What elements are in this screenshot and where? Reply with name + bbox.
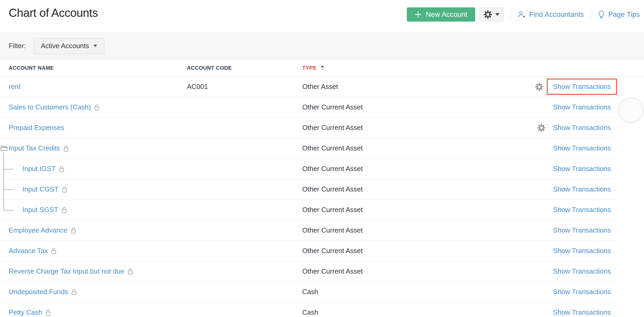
show-transactions-link[interactable]: Show Transactions xyxy=(553,247,611,255)
show-transactions-link[interactable]: Show Transactions xyxy=(553,144,611,152)
sort-ascending-icon xyxy=(319,64,326,71)
account-name-link[interactable]: Undeposited Funds xyxy=(9,288,68,296)
topbar: Chart of Accounts New Account Find xyxy=(0,0,644,32)
show-transactions-link[interactable]: Show Transactions xyxy=(553,308,611,316)
account-name-link[interactable]: Input SGST xyxy=(22,206,58,214)
table-row: Input Tax Credits Other Current Asset Sh… xyxy=(0,138,615,159)
show-transactions-link[interactable]: Show Transactions xyxy=(553,206,611,214)
accountant-person-star-icon xyxy=(518,10,526,19)
account-name-cell: Input Tax Credits xyxy=(9,138,69,158)
tree-line-horizontal xyxy=(3,189,13,190)
account-name-link[interactable]: Reverse Charge Tax Input but not due xyxy=(9,267,124,275)
show-transactions-wrap: Show Transactions xyxy=(553,144,611,152)
row-actions-cell: Show Transactions xyxy=(553,159,611,179)
show-transactions-wrap: Show Transactions xyxy=(553,124,611,132)
row-actions-cell: Show Transactions xyxy=(537,118,611,138)
chevron-down-icon xyxy=(495,13,499,16)
toolbar-divider xyxy=(511,8,511,21)
account-name-cell: Undeposited Funds xyxy=(9,282,77,302)
new-account-label: New Account xyxy=(426,11,467,19)
row-settings-gear-icon[interactable] xyxy=(537,124,545,132)
row-actions-cell: Show Transactions xyxy=(553,282,611,302)
table-row: Reverse Charge Tax Input but not due Oth… xyxy=(0,261,615,282)
lock-icon xyxy=(94,104,100,111)
account-type-cell: Cash xyxy=(302,282,318,302)
lightbulb-icon xyxy=(598,10,605,19)
folder-icon xyxy=(1,145,8,151)
row-actions-cell: Show Transactions xyxy=(535,77,611,97)
filter-bar: Filter: Active Accounts xyxy=(0,32,644,59)
show-transactions-wrap: Show Transactions xyxy=(553,308,611,316)
tree-line-vertical xyxy=(3,152,4,159)
page-tips-link[interactable]: Page Tips xyxy=(598,10,640,19)
account-name-cell: rent xyxy=(9,77,21,97)
column-header-account-name[interactable]: ACCOUNT NAME xyxy=(9,65,54,71)
show-transactions-link[interactable]: Show Transactions xyxy=(553,185,611,193)
show-transactions-wrap: Show Transactions xyxy=(547,79,617,95)
show-transactions-link[interactable]: Show Transactions xyxy=(553,165,611,173)
row-settings-gear-icon[interactable] xyxy=(535,83,543,91)
row-actions-cell: Show Transactions xyxy=(553,241,611,261)
account-name-cell: Input SGST xyxy=(22,200,67,220)
table-row: Prepaid Expenses Other Current Asset Sho… xyxy=(0,118,615,138)
account-name-link[interactable]: Employee Advance xyxy=(9,226,67,234)
account-type-cell: Other Current Asset xyxy=(302,261,363,281)
column-header-type[interactable]: TYPE xyxy=(302,64,326,71)
filter-dropdown[interactable]: Active Accounts xyxy=(34,38,104,54)
account-name-cell: Prepaid Expenses xyxy=(9,118,64,138)
plus-icon xyxy=(415,11,422,18)
column-header-account-code[interactable]: ACCOUNT CODE xyxy=(187,65,232,71)
lock-icon xyxy=(71,288,77,295)
table-body: rent AC001 Other Asset Show Transactions… xyxy=(0,77,644,317)
show-transactions-link[interactable]: Show Transactions xyxy=(553,226,611,234)
find-accountants-link[interactable]: Find Accountants xyxy=(518,10,584,19)
table-row: Input CGST Other Current Asset Show Tran… xyxy=(0,179,615,200)
account-name-link[interactable]: rent xyxy=(9,83,21,91)
table-row: Input IGST Other Current Asset Show Tran… xyxy=(0,159,615,179)
show-transactions-link[interactable]: Show Transactions xyxy=(553,288,611,296)
account-type-cell: Other Current Asset xyxy=(302,97,363,117)
lock-icon xyxy=(63,145,69,152)
account-name-link[interactable]: Input IGST xyxy=(22,165,56,173)
toolbar-divider xyxy=(591,8,591,21)
account-name-cell: Reverse Charge Tax Input but not due xyxy=(9,261,133,281)
account-name-link[interactable]: Petty Cash xyxy=(9,308,42,316)
show-transactions-link[interactable]: Show Transactions xyxy=(553,267,611,275)
chart-of-accounts-page: Chart of Accounts New Account Find xyxy=(0,0,644,317)
account-name-cell: Input CGST xyxy=(22,179,67,199)
page-tips-label: Page Tips xyxy=(608,11,640,19)
row-actions-cell: Show Transactions xyxy=(553,138,611,158)
show-transactions-wrap: Show Transactions xyxy=(553,288,611,296)
account-name-link[interactable]: Advance Tax xyxy=(9,247,48,255)
account-type-cell: Other Asset xyxy=(302,77,338,97)
chevron-down-icon xyxy=(93,45,97,47)
account-type-cell: Other Current Asset xyxy=(302,159,363,179)
type-header-label: TYPE xyxy=(302,65,317,71)
settings-dropdown-button[interactable] xyxy=(479,7,504,22)
account-type-cell: Other Current Asset xyxy=(302,241,363,261)
new-account-button[interactable]: New Account xyxy=(407,7,475,22)
account-name-cell: Input IGST xyxy=(22,159,65,179)
table-row: Employee Advance Other Current Asset Sho… xyxy=(0,220,615,241)
account-name-link[interactable]: Prepaid Expenses xyxy=(9,124,64,132)
tree-line-vertical xyxy=(3,199,4,210)
show-transactions-link[interactable]: Show Transactions xyxy=(553,103,611,111)
account-name-cell: Employee Advance xyxy=(9,220,76,240)
account-name-cell: Advance Tax xyxy=(9,241,57,261)
show-transactions-link[interactable]: Show Transactions xyxy=(553,124,611,132)
lock-icon xyxy=(51,247,57,254)
account-type-cell: Other Current Asset xyxy=(302,220,363,240)
table-header: ACCOUNT NAME ACCOUNT CODE TYPE xyxy=(0,59,644,77)
show-transactions-link[interactable]: Show Transactions xyxy=(553,83,611,91)
account-name-link[interactable]: Input Tax Credits xyxy=(9,144,60,152)
page-title: Chart of Accounts xyxy=(9,6,98,19)
gear-icon xyxy=(484,10,492,19)
account-type-cell: Other Current Asset xyxy=(302,200,363,220)
account-name-link[interactable]: Sales to Customers (Cash) xyxy=(9,103,91,111)
lock-icon xyxy=(127,268,133,275)
account-code-cell: AC001 xyxy=(187,77,208,97)
toolbar-actions: New Account Find Accountants xyxy=(407,7,640,22)
show-transactions-wrap: Show Transactions xyxy=(553,206,611,214)
show-transactions-wrap: Show Transactions xyxy=(553,185,611,193)
account-name-link[interactable]: Input CGST xyxy=(22,185,58,193)
